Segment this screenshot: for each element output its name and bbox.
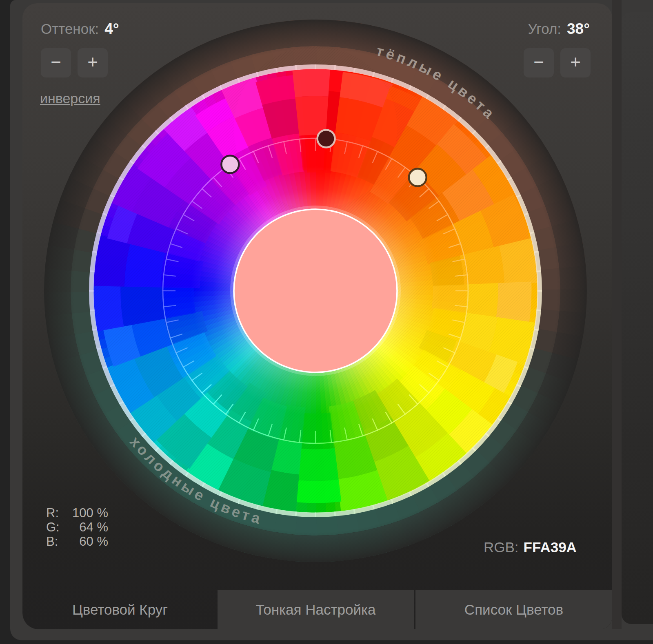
red-row: R:100 % — [46, 506, 108, 520]
hue-label: Оттенок: — [41, 21, 99, 37]
angle-label: Угол: — [528, 21, 562, 37]
hue-plus-button[interactable]: + — [78, 48, 108, 77]
rgb-readout: R:100 % G:64 % B:60 % — [46, 506, 108, 549]
hex-readout: RGB:FFA39A — [484, 539, 577, 555]
marker-left[interactable] — [221, 155, 239, 173]
invert-link[interactable]: инверсия — [40, 91, 100, 106]
hex-value: FFA39A — [524, 539, 577, 555]
marker-right[interactable] — [409, 169, 426, 186]
hue-value: 4° — [104, 20, 119, 37]
hex-label: RGB: — [484, 539, 519, 555]
blue-row: B:60 % — [46, 534, 108, 549]
angle-plus-button[interactable]: + — [560, 48, 591, 77]
selected-color-disc — [234, 209, 397, 372]
green-row: G:64 % — [46, 520, 108, 534]
hue-minus-button[interactable]: − — [41, 48, 71, 77]
hue-control: Оттенок:4° — [41, 20, 119, 38]
angle-minus-button[interactable]: − — [524, 48, 554, 77]
angle-value: 38° — [567, 20, 590, 37]
marker-main[interactable] — [318, 130, 335, 147]
angle-control: Угол:38° — [528, 20, 590, 38]
